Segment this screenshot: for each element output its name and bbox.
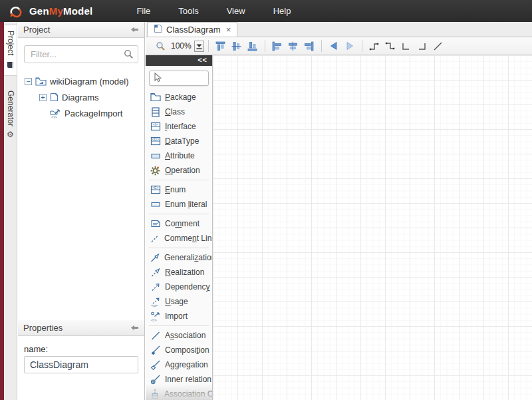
- selection-tool-button[interactable]: [149, 71, 209, 86]
- diagram-icon: [50, 93, 59, 102]
- interface-icon: <I>: [150, 122, 161, 131]
- properties-panel-header: Properties: [18, 320, 144, 336]
- palette-item-import[interactable]: <I>Import: [146, 309, 212, 323]
- palette-item-operation[interactable]: Operation: [146, 163, 212, 178]
- sidebar-tab-project[interactable]: Project: [4, 25, 17, 76]
- palette-item-label: Dependency: [165, 282, 209, 292]
- tab-close-icon[interactable]: ×: [226, 25, 231, 35]
- palette-item-label: Interface: [165, 122, 196, 131]
- align-top-button[interactable]: [213, 39, 228, 53]
- properties-panel: Properties name:: [18, 320, 144, 373]
- association-class-icon: [150, 389, 160, 399]
- tree-item-wikidiagram-model-[interactable]: −wikiDiagram (model): [25, 73, 144, 89]
- app-logo: GenMyModel: [7, 5, 92, 18]
- palette-item-label: Usage: [165, 297, 188, 306]
- editor-area: ClassDiagram × 100%: [146, 22, 532, 400]
- zoom-icon[interactable]: [153, 39, 168, 53]
- flip-left-button[interactable]: [327, 39, 341, 53]
- palette-item-label: Association: [165, 331, 205, 340]
- palette-separator: [149, 325, 209, 326]
- route-corner-br-button[interactable]: [415, 39, 430, 53]
- project-panel-header: Project: [18, 22, 144, 38]
- align-right-button[interactable]: [302, 39, 317, 53]
- tree-item-diagrams[interactable]: +Diagrams: [25, 89, 144, 105]
- filter-input[interactable]: [24, 45, 138, 63]
- svg-text:<I>: <I>: [152, 122, 158, 126]
- name-field-label: name:: [24, 344, 138, 354]
- import-icon: <I>: [150, 311, 161, 321]
- realization-icon: [150, 268, 161, 278]
- palette-item-generalization[interactable]: Generalization: [146, 250, 212, 265]
- palette-item-inner-relation[interactable]: Inner relation: [146, 372, 212, 387]
- palette-item-interface[interactable]: <I>Interface: [146, 119, 212, 134]
- comment-icon: [150, 219, 161, 228]
- menu-tools[interactable]: Tools: [164, 1, 212, 21]
- comment-link-icon: [150, 234, 160, 244]
- palette-item-realization[interactable]: Realization: [146, 265, 212, 280]
- expand-icon[interactable]: +: [39, 94, 47, 101]
- palette-separator: [149, 214, 209, 214]
- editor-tab-bar: ClassDiagram ×: [146, 22, 532, 37]
- align-middle-button[interactable]: [229, 39, 244, 53]
- gear-icon: ⚙: [7, 130, 14, 138]
- palette-separator: [149, 180, 209, 180]
- route-step-down-button[interactable]: [383, 39, 398, 53]
- book-icon: [7, 59, 15, 71]
- collapse-left-icon[interactable]: [130, 24, 139, 36]
- palette-item-association-cl-[interactable]: Association Cl...: [146, 387, 212, 400]
- align-bottom-button[interactable]: [245, 39, 260, 53]
- name-field[interactable]: [24, 356, 138, 373]
- menu-help[interactable]: Help: [259, 1, 305, 21]
- palette-item-dependency[interactable]: Dependency: [146, 280, 212, 294]
- package-import-icon: <I>: [50, 108, 61, 118]
- palette: << PackageClass<I>Interface<D>DataTypeAt…: [146, 55, 213, 400]
- route-step-up-button[interactable]: [367, 39, 382, 53]
- palette-item-enum[interactable]: <E>Enum: [146, 182, 212, 197]
- class-icon: [150, 107, 161, 117]
- palette-item-label: Attribute: [165, 151, 195, 160]
- palette-item-attribute[interactable]: Attribute: [146, 148, 212, 163]
- menu-bar: FileToolsViewHelp: [122, 1, 305, 21]
- palette-item-comment-link[interactable]: Comment Link: [146, 231, 212, 246]
- collapse-icon[interactable]: −: [25, 78, 32, 85]
- association-icon: [150, 331, 161, 341]
- palette-item-association[interactable]: Association: [146, 328, 212, 343]
- svg-text:<u>: <u>: [151, 303, 158, 307]
- search-icon: [124, 49, 134, 62]
- diagram-canvas[interactable]: [213, 55, 532, 400]
- route-oblique-button[interactable]: [431, 39, 446, 53]
- zoom-level: 100%: [171, 41, 192, 51]
- align-center-button[interactable]: [286, 39, 301, 53]
- tab-classdiagram[interactable]: ClassDiagram ×: [147, 22, 237, 37]
- generalization-icon: [150, 253, 160, 263]
- palette-item-composition[interactable]: Composition: [146, 343, 212, 357]
- palette-item-class[interactable]: Class: [146, 104, 212, 119]
- menu-view[interactable]: View: [213, 1, 259, 21]
- palette-item-usage[interactable]: <u>Usage: [146, 294, 212, 309]
- palette-item-enum-literal[interactable]: Enum literal: [146, 197, 212, 212]
- toolbar-separator: [208, 40, 209, 52]
- toolbar-separator: [321, 40, 322, 52]
- collapse-left-icon[interactable]: [130, 322, 139, 334]
- align-left-button[interactable]: [270, 39, 285, 53]
- palette-item-package[interactable]: Package: [146, 90, 212, 104]
- sidebar-tab-generator[interactable]: Generator ⚙: [4, 85, 17, 142]
- palette-collapse-button[interactable]: <<: [146, 55, 212, 66]
- menu-file[interactable]: File: [122, 1, 164, 21]
- flip-right-button[interactable]: [342, 39, 357, 53]
- top-bar: GenMyModel FileToolsViewHelp: [0, 0, 532, 22]
- route-corner-bl-button[interactable]: [399, 39, 414, 53]
- tree-item-packageimport[interactable]: <I>PackageImport: [25, 105, 144, 121]
- editor-toolbar: 100%: [146, 37, 532, 55]
- side-tab-strip: Project Generator ⚙: [4, 22, 17, 400]
- palette-item-datatype[interactable]: <D>DataType: [146, 134, 212, 148]
- zoom-dropdown-button[interactable]: [194, 41, 204, 52]
- enum-literal-icon: [150, 200, 161, 209]
- palette-item-label: Import: [165, 311, 188, 321]
- palette-item-label: Association Cl...: [164, 389, 213, 399]
- project-tree: −wikiDiagram (model)+Diagrams<I>PackageI…: [18, 71, 144, 121]
- cursor-arrow-icon: [152, 72, 162, 85]
- palette-item-comment[interactable]: Comment: [146, 216, 212, 231]
- palette-item-aggregation[interactable]: Aggregation: [146, 357, 212, 372]
- project-panel-title: Project: [23, 25, 50, 35]
